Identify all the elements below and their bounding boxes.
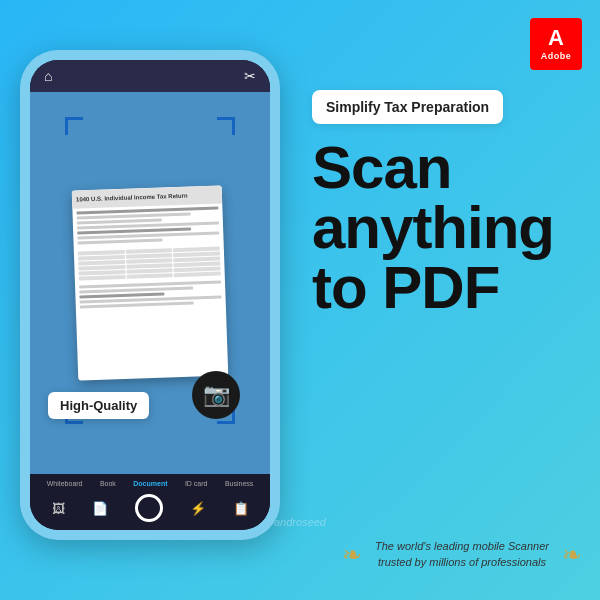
laurel-left-icon: ❧	[342, 543, 362, 567]
bottombar-tabs: Whiteboard Book Document ID card Busines…	[38, 480, 262, 487]
shutter-button[interactable]	[135, 494, 163, 522]
tab-document[interactable]: Document	[133, 480, 167, 487]
flash-icon[interactable]: ⚡	[190, 501, 206, 516]
heading-scan: Scan	[312, 138, 582, 198]
scan-corner-tr	[217, 117, 235, 135]
simplify-box: Simplify Tax Preparation	[312, 90, 503, 124]
heading-anything: anything	[312, 198, 582, 258]
bottombar-controls: 🖼 📄 ⚡ 📋	[38, 492, 262, 524]
scissors-icon: ✂	[244, 68, 256, 84]
tab-whiteboard[interactable]: Whiteboard	[47, 480, 83, 487]
tab-idcard[interactable]: ID card	[185, 480, 208, 487]
adobe-logo: A Adobe	[530, 18, 582, 70]
tab-book[interactable]: Book	[100, 480, 116, 487]
tab-business[interactable]: Business	[225, 480, 253, 487]
heading-topdf: to PDF	[312, 258, 582, 318]
simplify-text: Simplify Tax Preparation	[326, 99, 489, 115]
scan-area: 1040 U.S. Individual Income Tax Return	[30, 92, 270, 474]
trust-text: The world's leading mobile Scanner trust…	[370, 539, 554, 570]
camera-icon: 📷	[203, 382, 230, 408]
doc-lines	[72, 203, 223, 249]
right-panel: Simplify Tax Preparation Scan anything t…	[312, 90, 582, 318]
document-preview: 1040 U.S. Individual Income Tax Return	[72, 185, 229, 380]
scan-heading: Scan anything to PDF	[312, 138, 582, 318]
gallery-icon[interactable]: 🖼	[52, 501, 65, 516]
scan-corner-tl	[65, 117, 83, 135]
camera-button[interactable]: 📷	[192, 371, 240, 419]
watermark: androseed	[274, 516, 326, 528]
adobe-text: Adobe	[541, 51, 572, 61]
phone-outer: ⌂ ✂ 1040 U.S. Individual Income Tax Retu…	[20, 50, 280, 540]
home-icon: ⌂	[44, 68, 52, 84]
hq-badge: High-Quality	[48, 392, 149, 419]
laurel-right-icon: ❧	[562, 543, 582, 567]
phone-bottombar: Whiteboard Book Document ID card Busines…	[30, 474, 270, 530]
adobe-symbol: A	[548, 27, 564, 49]
hq-label: High-Quality	[60, 398, 137, 413]
phone-screen: ⌂ ✂ 1040 U.S. Individual Income Tax Retu…	[30, 60, 270, 530]
phone-topbar: ⌂ ✂	[30, 60, 270, 92]
trust-box: ❧ The world's leading mobile Scanner tru…	[342, 539, 582, 570]
file-icon[interactable]: 📋	[233, 501, 249, 516]
phone-container: ⌂ ✂ 1040 U.S. Individual Income Tax Retu…	[20, 50, 280, 540]
scan-doc-icon[interactable]: 📄	[92, 501, 108, 516]
